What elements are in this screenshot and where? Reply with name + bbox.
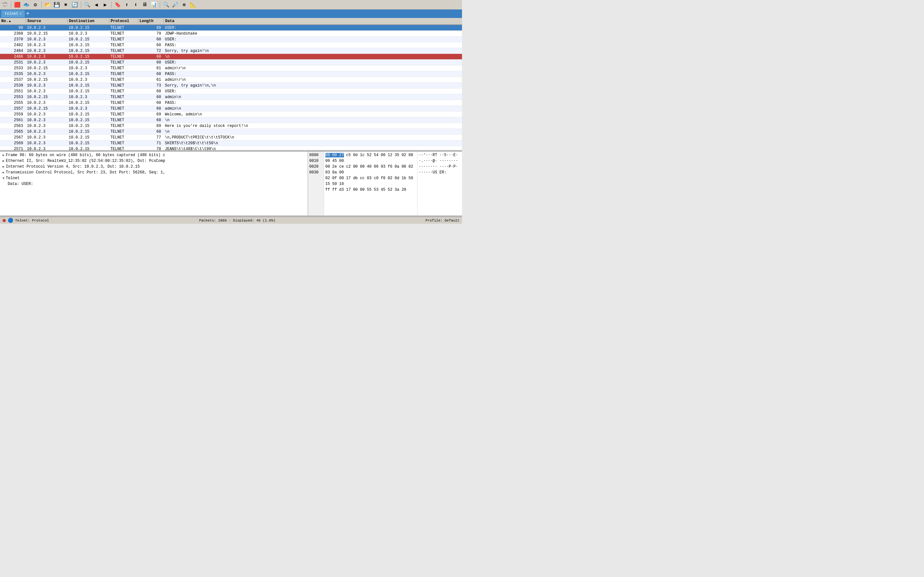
find-icon[interactable]: 🔍 <box>84 1 91 8</box>
packet-len: 69 <box>138 112 164 117</box>
reload-icon[interactable]: 🔄 <box>71 1 78 8</box>
packet-no: 2537 <box>0 77 26 82</box>
profile-label: Profile: Default <box>425 219 459 222</box>
table-row[interactable]: 98 10.0.2.3 10.0.2.15 TELNET 60 USER: <box>0 25 462 31</box>
table-row[interactable]: 2559 10.0.2.3 10.0.2.15 TELNET 69 Welcom… <box>0 111 462 117</box>
gear-icon[interactable]: ⚙ <box>32 1 39 8</box>
stop-icon[interactable]: 🟥 <box>14 1 21 8</box>
up-icon[interactable]: ⬆ <box>123 1 130 8</box>
packet-data: admin\r\n <box>164 66 462 71</box>
table-row[interactable]: 2551 10.0.2.3 10.0.2.15 TELNET 60 USER: <box>0 89 462 94</box>
save-icon[interactable]: 💾 <box>53 1 60 8</box>
packet-src: 10.0.2.15 <box>26 106 67 111</box>
packet-src: 10.0.2.3 <box>26 37 67 42</box>
col-header-no[interactable]: No. ▲ <box>0 19 26 23</box>
table-row[interactable]: 2571 10.0.2.3 10.0.2.15 TELNET 70 JEANS\… <box>0 146 462 150</box>
detail-item[interactable]: ▶Frame 98: 60 bytes on wire (480 bits), … <box>1 152 306 158</box>
expand-arrow[interactable]: ▶ <box>3 153 5 157</box>
table-row[interactable]: 2561 10.0.2.3 10.0.2.15 TELNET 60 \n <box>0 117 462 123</box>
packet-dst: 10.0.2.15 <box>67 60 109 65</box>
col-header-protocol[interactable]: Protocol <box>109 19 138 23</box>
tab-add-button[interactable]: + <box>26 11 29 17</box>
table-row[interactable]: 2553 10.0.2.15 10.0.2.3 TELNET 60 admin\… <box>0 94 462 100</box>
packet-src: 10.0.2.3 <box>26 72 67 76</box>
packet-dst: 10.0.2.15 <box>67 89 109 93</box>
col-header-length[interactable]: Length <box>138 19 164 23</box>
zoom-fit-icon[interactable]: ⊕ <box>181 1 188 8</box>
table-row[interactable]: 2565 10.0.2.3 10.0.2.15 TELNET 60 \n <box>0 129 462 135</box>
table-row[interactable]: 2531 10.0.2.3 10.0.2.15 TELNET 60 USER: <box>0 60 462 65</box>
detail-item[interactable]: ▼Telnet <box>1 175 306 181</box>
zoom-out-icon[interactable]: 🔎 <box>172 1 179 8</box>
packet-proto: TELNET <box>109 95 138 99</box>
packet-dst: 10.0.2.3 <box>67 31 109 36</box>
table-row[interactable]: 2370 10.0.2.3 10.0.2.15 TELNET 60 USER: <box>0 37 462 42</box>
expand-arrow[interactable]: ▶ <box>3 165 5 169</box>
status-left: 🔵 Telnet: Protocol <box>3 218 49 223</box>
back-icon[interactable]: ◀ <box>93 1 100 8</box>
table-row[interactable]: 2555 10.0.2.3 10.0.2.15 TELNET 60 PASS: <box>0 100 462 106</box>
bookmark-icon[interactable]: 🔖 <box>114 1 121 8</box>
ruler-icon[interactable]: 📐 <box>190 1 197 8</box>
hex-offsets: 0000001000200030 <box>308 152 324 215</box>
expand-arrow[interactable]: ▶ <box>3 159 5 163</box>
packet-dst: 10.0.2.15 <box>67 147 109 150</box>
table-row[interactable]: 2486 10.0.2.3 10.0.2.15 TELNET 60 \n <box>0 54 462 60</box>
packet-proto: TELNET <box>109 66 138 71</box>
table-row[interactable]: 2567 10.0.2.3 10.0.2.15 TELNET 77 \n,PRO… <box>0 135 462 140</box>
col-header-destination[interactable]: Destination <box>67 19 109 23</box>
packet-dst: 10.0.2.15 <box>67 112 109 117</box>
packet-data: \n <box>164 129 462 134</box>
packet-proto: TELNET <box>109 89 138 93</box>
table-row[interactable]: 2484 10.0.2.3 10.0.2.15 TELNET 72 Sorry,… <box>0 48 462 54</box>
packet-data: PASS: <box>164 43 462 47</box>
detail-item[interactable]: ▶Transmission Control Protocol, Src Port… <box>1 169 306 175</box>
display-icon[interactable]: 🖥 <box>141 1 148 8</box>
table-row[interactable]: 2569 10.0.2.3 10.0.2.15 TELNET 71 SHIRTS… <box>0 140 462 146</box>
table-row[interactable]: 2563 10.0.2.3 10.0.2.15 TELNET 89 Here i… <box>0 123 462 129</box>
open-icon[interactable]: 📂 <box>44 1 51 8</box>
table-row[interactable]: 2535 10.0.2.3 10.0.2.15 TELNET 60 PASS: <box>0 71 462 77</box>
packet-len: 89 <box>138 124 164 128</box>
tab-close-button[interactable]: × <box>19 12 21 16</box>
protocol-label: Telnet: Protocol <box>15 219 49 222</box>
packet-no: 2368 <box>0 31 26 36</box>
detail-item[interactable]: ▶Ethernet II, Src: RealtekU_12:35:02 (52… <box>1 158 306 164</box>
table-row[interactable]: 2557 10.0.2.15 10.0.2.3 TELNET 60 admin\… <box>0 106 462 111</box>
table-row[interactable]: 2482 10.0.2.3 10.0.2.15 TELNET 60 PASS: <box>0 42 462 48</box>
hex-ascii-row: ·.····@· ········ <box>419 158 461 164</box>
down-icon[interactable]: ⬇ <box>132 1 139 8</box>
expand-arrow[interactable]: ▶ <box>3 171 5 174</box>
packet-src: 10.0.2.3 <box>26 118 67 122</box>
detail-label: Ethernet II, Src: RealtekU_12:35:02 (52:… <box>6 159 165 163</box>
table-row[interactable]: 2533 10.0.2.15 10.0.2.3 TELNET 61 admin\… <box>0 65 462 71</box>
table-row[interactable]: 2368 10.0.2.15 10.0.2.3 TELNET 79 JDWP-H… <box>0 31 462 37</box>
detail-item[interactable]: Data: USER: <box>1 181 306 187</box>
col-header-data[interactable]: Data <box>164 19 462 23</box>
packet-len: 73 <box>138 83 164 88</box>
packet-data: SHIRTS\t\t20$\t\t\t50\n <box>164 141 462 145</box>
statusbar: 🔵 Telnet: Protocol Packets: 2868 · Displ… <box>0 217 462 224</box>
packet-data: admin\r\n <box>164 77 462 82</box>
stats-icon[interactable]: 📊 <box>150 1 157 8</box>
zoom-in-icon[interactable]: 🔍 <box>163 1 170 8</box>
col-header-source[interactable]: Source <box>26 19 67 23</box>
packet-len: 77 <box>138 135 164 140</box>
table-row[interactable]: 2537 10.0.2.15 10.0.2.3 TELNET 61 admin\… <box>0 77 462 83</box>
sep2 <box>41 2 42 8</box>
close-file-icon[interactable]: ✖ <box>62 1 69 8</box>
table-row[interactable]: 2539 10.0.2.3 10.0.2.15 TELNET 73 Sorry,… <box>0 83 462 89</box>
packet-no: 2561 <box>0 118 26 122</box>
packet-src: 10.0.2.3 <box>26 101 67 105</box>
packet-dst: 10.0.2.15 <box>67 83 109 88</box>
tab-telnet[interactable]: telnet × <box>1 10 25 17</box>
packet-proto: TELNET <box>109 55 138 59</box>
expand-arrow[interactable]: ▼ <box>3 177 5 180</box>
packet-len: 60 <box>138 101 164 105</box>
packet-data: JDWP-Handshake <box>164 31 462 36</box>
fish-icon[interactable]: 🐟 <box>23 1 30 8</box>
detail-item[interactable]: ▶Internet Protocol Version 4, Src: 10.0.… <box>1 164 306 169</box>
packet-data: \n <box>164 55 462 59</box>
forward-icon[interactable]: ▶ <box>102 1 109 8</box>
sep5 <box>160 2 160 8</box>
